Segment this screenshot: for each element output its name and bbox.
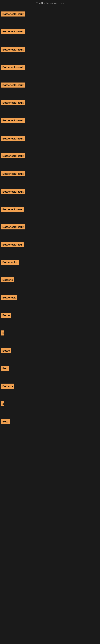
result-block-24: Bottl	[1, 419, 10, 425]
bottleneck-badge-22[interactable]: Bottlens	[1, 384, 14, 388]
result-block-13: Bottleneck result	[1, 224, 25, 230]
bottleneck-badge-23[interactable]: s	[1, 401, 4, 406]
bottleneck-badge-8[interactable]: Bottleneck result	[1, 136, 25, 141]
result-block-2: Bottleneck result	[1, 29, 25, 35]
bottleneck-badge-15[interactable]: Bottleneck r	[1, 260, 19, 265]
result-block-1: Bottleneck result	[1, 12, 25, 17]
bottleneck-badge-20[interactable]: Bottle	[1, 348, 11, 353]
result-block-7: Bottleneck result	[1, 118, 25, 124]
site-title: TheBottlenecker.com	[0, 0, 100, 6]
bottleneck-badge-10[interactable]: Bottleneck result	[1, 171, 25, 176]
result-block-23: s	[1, 401, 4, 407]
result-block-18: Bottle	[1, 313, 11, 318]
bottleneck-badge-6[interactable]: Bottleneck result	[1, 100, 25, 105]
result-block-6: Bottleneck result	[1, 100, 25, 106]
result-block-21: Bott	[1, 366, 9, 372]
page-container: TheBottlenecker.com Bottleneck resultBot…	[0, 0, 100, 644]
bottleneck-badge-11[interactable]: Bottleneck result	[1, 189, 25, 194]
bottleneck-badge-13[interactable]: Bottleneck result	[1, 224, 25, 230]
bottleneck-badge-21[interactable]: Bott	[1, 366, 9, 371]
result-block-22: Bottlens	[1, 384, 14, 390]
result-block-4: Bottleneck result	[1, 64, 25, 70]
result-block-12: Bottleneck resu	[1, 207, 24, 213]
bottleneck-badge-5[interactable]: Bottleneck result	[1, 82, 25, 88]
bottleneck-badge-4[interactable]: Bottleneck result	[1, 64, 25, 70]
result-block-9: Bottleneck result	[1, 153, 25, 159]
result-block-5: Bottleneck result	[1, 82, 25, 88]
bottleneck-badge-17[interactable]: Bottleneck	[1, 295, 17, 300]
result-block-8: Bottleneck result	[1, 136, 25, 142]
result-block-16: Bottlene	[1, 277, 14, 283]
bottleneck-badge-2[interactable]: Bottleneck result	[1, 29, 25, 34]
bottleneck-badge-7[interactable]: Bottleneck result	[1, 118, 25, 123]
result-block-19: B	[1, 330, 4, 336]
result-block-10: Bottleneck result	[1, 171, 25, 177]
result-block-15: Bottleneck r	[1, 260, 19, 266]
result-block-17: Bottleneck	[1, 295, 17, 301]
bottleneck-badge-3[interactable]: Bottleneck result	[1, 47, 25, 52]
result-block-14: Bottleneck resu	[1, 242, 24, 248]
bottleneck-badge-19[interactable]: B	[1, 330, 4, 336]
bottleneck-badge-16[interactable]: Bottlene	[1, 277, 14, 282]
bottleneck-badge-14[interactable]: Bottleneck resu	[1, 242, 24, 247]
bottleneck-badge-9[interactable]: Bottleneck result	[1, 153, 25, 158]
bottleneck-badge-24[interactable]: Bottl	[1, 419, 10, 424]
result-block-11: Bottleneck result	[1, 189, 25, 195]
bottleneck-badge-18[interactable]: Bottle	[1, 313, 11, 318]
bottleneck-badge-12[interactable]: Bottleneck resu	[1, 207, 24, 212]
result-block-3: Bottleneck result	[1, 47, 25, 53]
result-block-20: Bottle	[1, 348, 11, 354]
bottleneck-badge-1[interactable]: Bottleneck result	[1, 12, 25, 16]
